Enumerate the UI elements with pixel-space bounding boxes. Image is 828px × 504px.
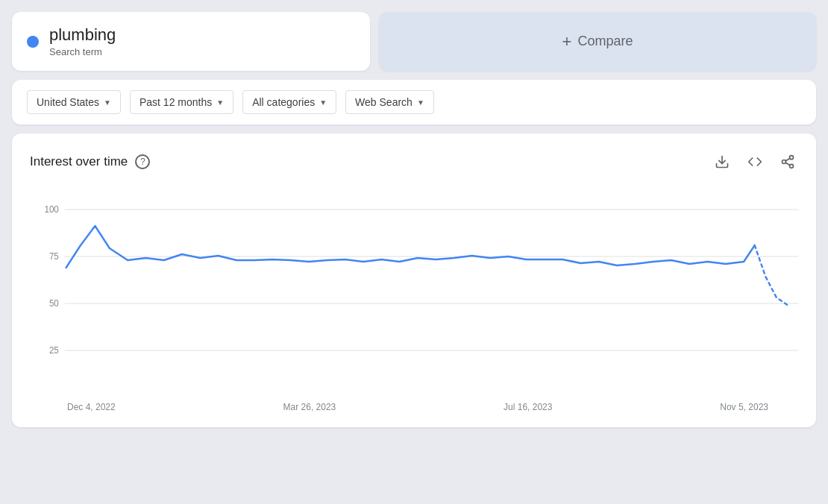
x-label-4: Nov 5, 2023 bbox=[720, 402, 768, 412]
share-button[interactable] bbox=[777, 151, 798, 172]
svg-line-4 bbox=[785, 163, 790, 165]
interest-chart: 100 75 50 25 bbox=[30, 187, 798, 396]
search-type-filter-label: Web Search bbox=[355, 96, 413, 108]
category-filter-label: All categories bbox=[252, 96, 315, 108]
search-type-chevron-icon: ▼ bbox=[417, 98, 424, 107]
search-dot bbox=[27, 36, 39, 48]
category-filter[interactable]: All categories ▼ bbox=[242, 90, 336, 114]
x-label-2: Mar 26, 2023 bbox=[283, 402, 336, 412]
chart-area: 100 75 50 25 bbox=[30, 187, 798, 396]
chart-title: Interest over time bbox=[30, 154, 128, 169]
x-label-3: Jul 16, 2023 bbox=[504, 402, 552, 412]
chart-card: Interest over time ? bbox=[12, 133, 816, 427]
search-term-label: Search term bbox=[49, 46, 116, 57]
embed-button[interactable] bbox=[744, 151, 765, 172]
chart-title-group: Interest over time ? bbox=[30, 154, 150, 169]
category-chevron-icon: ▼ bbox=[319, 98, 327, 107]
svg-text:100: 100 bbox=[44, 204, 59, 215]
search-term-text: plumbing Search term bbox=[49, 25, 116, 57]
x-label-1: Dec 4, 2022 bbox=[67, 402, 116, 412]
region-chevron-icon: ▼ bbox=[104, 98, 111, 107]
search-term-name: plumbing bbox=[49, 25, 116, 45]
compare-plus-icon: + bbox=[562, 32, 572, 51]
svg-text:50: 50 bbox=[49, 298, 59, 309]
compare-card[interactable]: + Compare bbox=[379, 12, 816, 71]
help-icon[interactable]: ? bbox=[135, 154, 150, 169]
x-labels: Dec 4, 2022 Mar 26, 2023 Jul 16, 2023 No… bbox=[30, 402, 798, 412]
region-filter[interactable]: United States ▼ bbox=[27, 90, 121, 114]
download-button[interactable] bbox=[712, 151, 733, 172]
svg-text:25: 25 bbox=[49, 345, 59, 356]
filters-row: United States ▼ Past 12 months ▼ All cat… bbox=[12, 80, 816, 125]
time-filter[interactable]: Past 12 months ▼ bbox=[130, 90, 233, 114]
svg-text:75: 75 bbox=[49, 251, 59, 262]
chart-actions bbox=[712, 151, 798, 172]
region-filter-label: United States bbox=[37, 96, 99, 108]
time-chevron-icon: ▼ bbox=[216, 98, 224, 107]
chart-header: Interest over time ? bbox=[30, 151, 798, 172]
time-filter-label: Past 12 months bbox=[139, 96, 212, 108]
search-term-card: plumbing Search term bbox=[12, 12, 370, 71]
search-type-filter[interactable]: Web Search ▼ bbox=[345, 90, 434, 114]
svg-line-5 bbox=[785, 158, 790, 160]
compare-label: Compare bbox=[577, 34, 633, 49]
